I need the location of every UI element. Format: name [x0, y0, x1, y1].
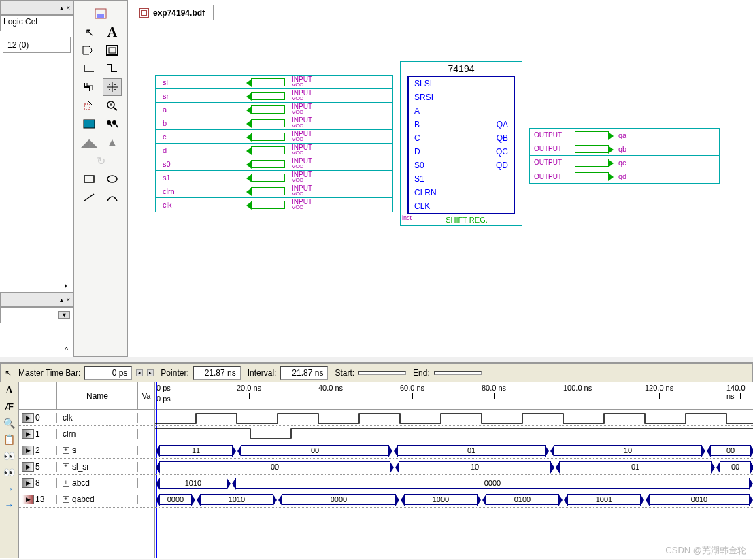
tool-rubber-icon[interactable] — [80, 97, 99, 114]
tool-gate-icon[interactable] — [80, 42, 99, 59]
pin-type: OUTPUT — [534, 173, 575, 180]
wave-tool-right-icon[interactable]: → — [5, 499, 14, 510]
tool-text-icon[interactable]: A — [103, 23, 122, 41]
input-pin-s1[interactable]: s1 INPUT VCC — [156, 171, 392, 184]
time-tick: 80.0 ns — [482, 384, 506, 392]
tab-file[interactable]: exp74194.bdf — [131, 5, 214, 20]
waveform-abcd[interactable]: 10100000 — [155, 475, 753, 491]
input-pin-a[interactable]: a INPUT VCC — [156, 103, 392, 116]
tool-fullscreen-icon[interactable] — [80, 115, 99, 133]
scroll-down-icon[interactable]: ▸ — [0, 279, 73, 292]
waveform-clk[interactable] — [155, 410, 753, 426]
node-index: 13 — [35, 495, 44, 504]
tool-diagonal-icon[interactable] — [103, 60, 122, 78]
tool-rect-icon[interactable] — [80, 170, 99, 188]
tool-zoom-icon[interactable] — [103, 97, 122, 114]
wave-tool-copy-icon[interactable]: 📋 — [3, 434, 15, 445]
expand-icon[interactable]: + — [63, 463, 69, 470]
svg-line-12 — [114, 108, 117, 110]
tool-line-icon[interactable] — [80, 188, 99, 206]
output-pin-qb[interactable]: OUTPUT qb — [530, 142, 719, 156]
time-spinner[interactable]: ▸ — [147, 369, 154, 376]
tool-pointer-icon[interactable]: ↖ — [80, 23, 99, 41]
output-pin-qd[interactable]: OUTPUT qd — [530, 169, 719, 183]
tool-flip-h-icon[interactable]: ◢◣ — [80, 133, 99, 151]
wave-tool-find-icon[interactable]: 👀 — [3, 450, 15, 461]
waveform-sl_sr[interactable]: 00100100 — [155, 459, 753, 475]
tool-flip-v-icon[interactable]: ▲ — [103, 133, 122, 151]
output-symbol-icon — [575, 159, 609, 167]
output-pin-qa[interactable]: OUTPUT qa — [530, 129, 719, 142]
signal-node-qabcd[interactable]: ▶13 +qabcd — [19, 491, 154, 508]
pin-vcc: VCC — [292, 191, 312, 197]
input-pin-c[interactable]: c INPUT VCC — [156, 130, 392, 144]
time-spinner[interactable]: ◂ — [136, 369, 143, 376]
input-pin-clrn[interactable]: clrn INPUT VCC — [156, 184, 392, 198]
dropdown-icon[interactable]: ▼ — [58, 311, 70, 319]
tool-rotate-icon[interactable]: ↻ — [91, 152, 110, 169]
output-pin-qc[interactable]: OUTPUT qc — [530, 156, 719, 169]
tool-probe-icon[interactable] — [103, 78, 122, 96]
tool-find-icon[interactable] — [103, 115, 122, 133]
wave-tool-ae-icon[interactable]: Æ — [5, 401, 14, 412]
tool-block-icon[interactable] — [103, 42, 122, 59]
panel-header-2: ▴ × — [0, 292, 73, 307]
input-pin-sl[interactable]: sl INPUT VCC — [156, 76, 392, 89]
chip-74194[interactable]: 74194 SLSISRSIABQACQBDQCS0QDS1CLRNCLK in… — [400, 61, 522, 226]
tool-save-icon[interactable] — [91, 5, 110, 22]
svg-point-8 — [109, 89, 110, 90]
scroll-indicator-icon[interactable]: ^ — [0, 344, 73, 357]
chip-pin-left: D — [414, 147, 420, 157]
input-symbol-icon — [251, 119, 285, 127]
wave-tool-left-icon[interactable]: → — [5, 483, 14, 494]
wave-tool-zoom-icon[interactable]: 🔍 — [3, 418, 15, 429]
chip-pin-left: SRSI — [414, 93, 433, 102]
signal-node-abcd[interactable]: ▶8 +abcd — [19, 475, 154, 491]
input-pin-b[interactable]: b INPUT VCC — [156, 116, 392, 130]
svg-point-7 — [114, 84, 116, 85]
interval-value: 21.87 ns — [280, 366, 328, 380]
panel-pin-icon[interactable]: ▴ — [60, 296, 63, 303]
input-pin-clk[interactable]: clk INPUT VCC — [156, 198, 392, 212]
expand-icon[interactable]: + — [63, 496, 69, 503]
signal-node-sl_sr[interactable]: ▶5 +sl_sr — [19, 459, 154, 475]
expand-icon[interactable]: + — [63, 480, 69, 487]
signal-node-clrn[interactable]: ▶1 clrn — [19, 426, 154, 442]
pin-label: c — [156, 133, 251, 141]
node-name: abcd — [72, 478, 90, 488]
panel-close-icon[interactable]: × — [66, 4, 70, 12]
time-ruler[interactable]: 0 ps 0 ps 20.0 ns40.0 ns60.0 ns80.0 ns10… — [155, 382, 753, 410]
wave-tool-find2-icon[interactable]: 👀 — [3, 467, 15, 478]
waveform-clrn[interactable] — [155, 426, 753, 442]
bus-segment: 01 — [397, 445, 546, 456]
schematic-canvas[interactable]: sl INPUT VCC sr INPUT VCC a INPUT VCC b … — [128, 20, 753, 357]
panel-close-icon[interactable]: × — [66, 296, 70, 303]
wave-tool-text-icon[interactable]: A — [5, 385, 12, 396]
input-pin-d[interactable]: d INPUT VCC — [156, 144, 392, 157]
panel-pin-icon[interactable]: ▴ — [60, 4, 63, 12]
signal-node-s[interactable]: ▶2 +s — [19, 442, 154, 459]
pin-label: sr — [156, 92, 251, 100]
input-pin-s0[interactable]: s0 INPUT VCC — [156, 157, 392, 171]
tool-arc-icon[interactable] — [103, 188, 122, 206]
time-tick: 60.0 ns — [400, 384, 424, 392]
svg-point-9 — [114, 89, 116, 90]
input-node-icon: ▶ — [22, 429, 34, 439]
signal-node-clk[interactable]: ▶0 clk — [19, 410, 154, 426]
pin-type: OUTPUT — [534, 131, 575, 139]
master-time-value[interactable]: 0 ps — [84, 366, 132, 380]
pin-label: clk — [156, 201, 251, 209]
tool-oval-icon[interactable] — [103, 170, 122, 188]
input-pin-sr[interactable]: sr INPUT VCC — [156, 89, 392, 103]
end-value[interactable] — [434, 371, 482, 375]
waveform-s[interactable]: 1100011000 — [155, 442, 753, 459]
start-value[interactable] — [358, 371, 406, 375]
bus-segment: 1010 — [159, 478, 227, 489]
wave-pointer-icon[interactable]: ↖ — [5, 368, 12, 378]
tool-orthogonal-icon[interactable] — [80, 60, 99, 78]
expand-icon[interactable]: + — [63, 447, 69, 454]
node-name: s — [72, 446, 76, 455]
waveform-qabcd[interactable]: 0000101000001000010010010010 — [155, 491, 753, 508]
tool-bus-icon[interactable] — [80, 78, 99, 96]
bus-segment: 01 — [559, 461, 712, 472]
